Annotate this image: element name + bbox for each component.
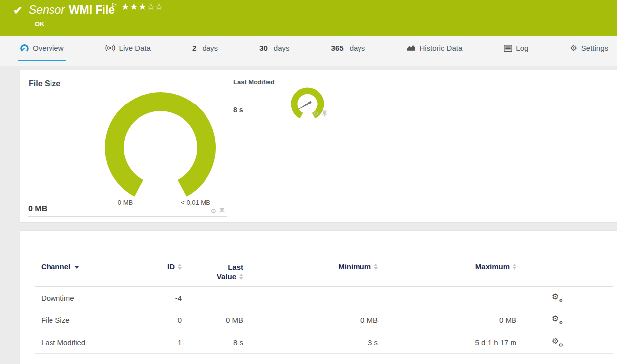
tab-label[interactable]: days [274, 44, 290, 52]
tab-label[interactable]: Log [516, 44, 528, 52]
column-header-id[interactable]: ID [145, 258, 182, 271]
column-label[interactable]: ID [167, 262, 175, 271]
tab-2-days[interactable]: 2 days [190, 36, 220, 61]
tab-log[interactable]: Log [502, 36, 530, 61]
channel-id: 1 [145, 338, 182, 347]
gauge-title: Last Modified [233, 78, 275, 86]
tab-label[interactable]: Live Data [119, 44, 151, 52]
column-header-minimum[interactable]: Minimum [243, 258, 378, 271]
gear-icon: ⚙ [570, 44, 577, 52]
status-ok-check-icon: ✔ [13, 4, 22, 17]
tab-number[interactable]: 365 [331, 44, 344, 52]
column-label[interactable]: Minimum [338, 262, 371, 271]
channel-maximum: 0 MB [378, 316, 516, 324]
tab-overview[interactable]: Overview [18, 36, 66, 61]
table-row[interactable]: Last Modified 1 8 s 3 s 5 d 1 h 17 m ⚙ ⚙ [35, 331, 613, 354]
table-row[interactable]: Downtime -4 ⚙ ⚙ [35, 287, 613, 309]
channel-minimum: 0 MB [243, 316, 378, 324]
column-label[interactable]: Maximum [475, 262, 510, 271]
tab-bar: Overview Live Data 2 days 30 days 365 da… [0, 36, 617, 66]
tab-label[interactable]: Historic Data [419, 44, 462, 52]
stars-empty[interactable]: ☆☆ [147, 2, 163, 12]
tab-number[interactable]: 2 [192, 44, 196, 52]
gauge-min-label: 0 MB [103, 199, 148, 206]
log-icon [504, 45, 512, 52]
live-data-icon [105, 44, 115, 52]
tab-number[interactable]: 30 [259, 44, 268, 52]
sensor-header: ✔ SensorWMI File ⚐ ★★★☆☆ OK [0, 0, 617, 36]
file-size-gauge [101, 88, 220, 207]
tab-settings[interactable]: ⚙ Settings [568, 36, 610, 61]
channel-name[interactable]: Last Modified [35, 338, 145, 347]
table-header-row: Channel ID Last Value Minimum Maximum [35, 258, 613, 287]
stars-filled[interactable]: ★★★ [121, 2, 147, 12]
channel-last-value: 8 s [182, 338, 243, 347]
tab-label[interactable]: Settings [581, 44, 608, 52]
channel-id: -4 [145, 294, 182, 302]
chevron-down-icon [74, 266, 79, 269]
channel-last-value: 0 MB [182, 316, 243, 324]
sensor-kind-label: Sensor [29, 3, 65, 16]
column-label[interactable]: Channel [41, 262, 70, 271]
sort-icon[interactable] [374, 264, 378, 270]
column-label[interactable]: Value [217, 272, 236, 281]
gauge-current-value: 0 MB [28, 205, 47, 213]
overview-gauges-panel: File Size 0 MB < 0,01 MB 0 MB ⚙ Last Mod… [20, 70, 617, 223]
tab-historic-data[interactable]: Historic Data [405, 36, 464, 61]
priority-flag-icon[interactable]: ⚐ [111, 2, 117, 11]
widget-settings-gear-icon[interactable]: ⚙ [313, 110, 319, 117]
tab-label[interactable]: Overview [33, 44, 64, 52]
tab-label[interactable]: days [350, 44, 365, 52]
area-chart-icon [407, 44, 415, 52]
column-header-maximum[interactable]: Maximum [378, 258, 516, 271]
gauge-arc [114, 102, 206, 188]
tab-label[interactable]: days [202, 44, 218, 52]
gauge-icon [20, 44, 29, 52]
channel-table: Channel ID Last Value Minimum Maximum [35, 258, 613, 354]
gauge-title: File Size [29, 79, 60, 88]
pin-icon[interactable] [322, 110, 327, 117]
gauge-current-value: 8 s [233, 106, 243, 114]
channel-id: 0 [145, 316, 182, 324]
widget-settings-gear-icon[interactable]: ⚙ [210, 208, 216, 214]
status-badge: OK [35, 20, 45, 28]
sensor-name: WMI File [69, 3, 115, 16]
column-header-last-value[interactable]: Last Value [182, 258, 243, 281]
rating-stars[interactable]: ★★★☆☆ [121, 1, 164, 12]
channel-name[interactable]: Downtime [35, 294, 145, 302]
sort-icon[interactable] [178, 264, 182, 270]
column-label[interactable]: Last [228, 262, 243, 272]
sensor-title-line: SensorWMI File [29, 3, 115, 17]
tab-live-data[interactable]: Live Data [103, 36, 153, 61]
tab-365-days[interactable]: 365 days [329, 36, 367, 61]
sort-icon[interactable] [513, 264, 516, 270]
pin-icon[interactable] [219, 208, 225, 214]
channel-name[interactable]: File Size [35, 316, 145, 324]
column-header-channel[interactable]: Channel [35, 258, 145, 271]
gauge-max-label: < 0,01 MB [173, 199, 218, 206]
channel-table-panel: Channel ID Last Value Minimum Maximum [20, 230, 617, 364]
sort-icon[interactable] [239, 274, 243, 280]
last-modified-gauge-widget: Last Modified 8 s ⚙ [232, 75, 329, 119]
channel-minimum: 3 s [243, 338, 378, 347]
table-row[interactable]: File Size 0 0 MB 0 MB 0 MB ⚙ ⚙ [35, 309, 613, 331]
tab-30-days[interactable]: 30 days [257, 36, 291, 61]
file-size-gauge-widget: File Size 0 MB < 0,01 MB 0 MB ⚙ [28, 75, 227, 217]
channel-maximum: 5 d 1 h 17 m [378, 338, 516, 347]
